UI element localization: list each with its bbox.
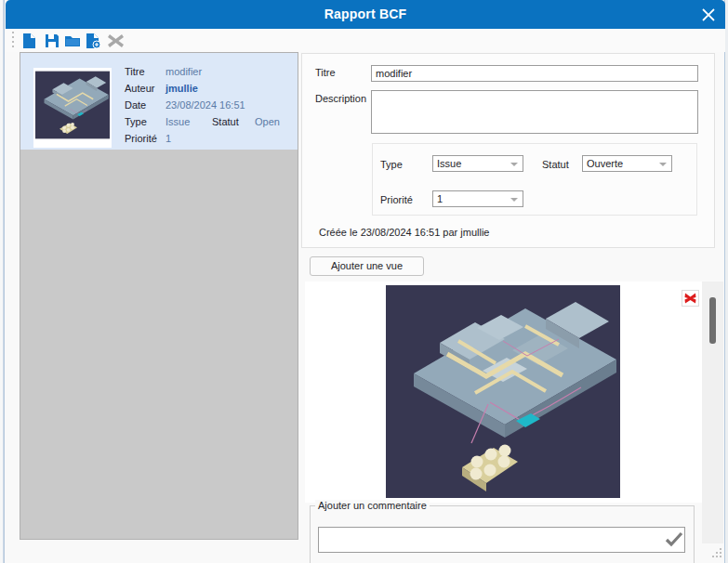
field-value: 23/08/2024 16:51 — [165, 99, 245, 111]
viewpoint-panel — [305, 282, 704, 503]
priorite-select[interactable]: 1 — [432, 190, 523, 207]
list-item[interactable]: Titre modifier Auteur jmullie Date 23/08… — [20, 53, 298, 150]
vertical-scrollbar[interactable] — [702, 282, 723, 543]
save-as-icon[interactable] — [85, 33, 101, 49]
issue-list[interactable]: Titre modifier Auteur jmullie Date 23/08… — [20, 52, 298, 540]
titre-input[interactable] — [371, 65, 698, 82]
chevron-down-icon — [510, 198, 518, 202]
check-icon[interactable] — [665, 531, 683, 548]
type-selected-value: Issue — [437, 158, 461, 169]
open-folder-icon[interactable] — [64, 33, 81, 49]
add-comment-legend: Ajouter un commentaire — [315, 500, 430, 511]
chevron-down-icon — [510, 163, 518, 166]
field-label: Auteur — [125, 83, 154, 94]
field-value: Issue — [165, 116, 190, 127]
add-view-button[interactable]: Ajouter une vue — [310, 256, 424, 276]
resize-grip-icon[interactable] — [712, 548, 723, 559]
field-value: modifier — [165, 66, 202, 77]
chevron-down-icon — [659, 163, 667, 166]
statut-select[interactable]: Ouverte — [582, 155, 672, 172]
field-label-statut: Statut — [212, 116, 239, 127]
screen: Rapport BCF — [0, 0, 728, 563]
close-icon[interactable] — [697, 4, 720, 26]
comment-input[interactable] — [318, 527, 685, 553]
delete-view-icon[interactable] — [682, 290, 699, 307]
field-label: Priorité — [125, 133, 157, 144]
field-value: 1 — [165, 133, 171, 144]
description-input[interactable] — [371, 90, 698, 134]
priorite-selected-value: 1 — [437, 193, 443, 204]
field-label: Date — [125, 99, 146, 111]
dialog-title: Rapport BCF — [6, 0, 725, 29]
type-select[interactable]: Issue — [432, 155, 523, 172]
field-label: Titre — [125, 66, 145, 77]
bcf-viewpoint-thumbnail[interactable] — [33, 68, 112, 148]
statut-label: Statut — [542, 159, 569, 170]
field-label: Type — [125, 116, 147, 127]
dialog-title-bar: Rapport BCF — [6, 0, 725, 29]
delete-icon[interactable] — [107, 33, 125, 49]
statut-selected-value: Ouverte — [587, 158, 623, 169]
scrollbar-thumb[interactable] — [709, 297, 716, 344]
creation-info: Créée le 23/08/2024 16:51 par jmullie — [319, 227, 489, 238]
bcf-report-dialog: Rapport BCF — [4, 0, 725, 563]
toolbar-drag-handle[interactable] — [12, 32, 15, 46]
priorite-label: Priorité — [380, 194, 413, 205]
bcf-viewpoint-image[interactable] — [386, 285, 620, 498]
field-value: jmullie — [165, 83, 198, 94]
type-label: Type — [380, 159, 403, 170]
description-label: Description — [315, 93, 366, 104]
titre-label: Titre — [315, 67, 336, 78]
save-icon[interactable] — [44, 33, 60, 49]
classification-group — [372, 143, 697, 216]
field-value-statut: Open — [255, 116, 280, 127]
new-file-icon[interactable] — [21, 33, 38, 49]
